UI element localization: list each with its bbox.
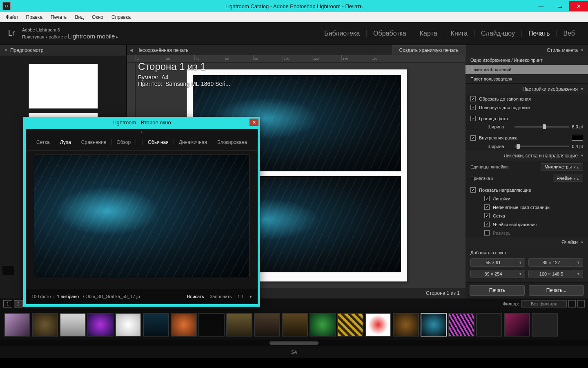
size-89x127[interactable]: 89 × 127 bbox=[528, 258, 574, 267]
preview-thumb-1[interactable] bbox=[29, 64, 98, 109]
print-settings-button[interactable]: Печать... bbox=[529, 285, 584, 296]
secondary-titlebar[interactable]: Lightroom - Второе окно ✕ bbox=[23, 117, 260, 128]
filmstrip-thumb[interactable] bbox=[171, 313, 197, 337]
size-dd[interactable]: ▼ bbox=[574, 258, 583, 267]
filmstrip-thumb[interactable] bbox=[198, 313, 225, 337]
filmstrip-thumb[interactable] bbox=[504, 313, 530, 337]
minimize-button[interactable]: — bbox=[532, 1, 550, 11]
ruler-tick: 160 bbox=[371, 55, 400, 61]
mod-library[interactable]: Библиотека bbox=[318, 30, 367, 37]
guide-dimensions-checkbox[interactable] bbox=[484, 230, 490, 236]
inner-stroke-checkbox[interactable] bbox=[470, 135, 476, 141]
secondary-window[interactable]: Lightroom - Второе окно ✕ ▲ Сетка Лупа С… bbox=[23, 117, 260, 307]
filmstrip-thumb[interactable] bbox=[393, 313, 419, 337]
fit-button[interactable]: Вписать bbox=[187, 294, 204, 299]
menu-file[interactable]: Файл bbox=[2, 14, 22, 20]
show-guides-label: Показать направляющие bbox=[479, 188, 531, 193]
menu-print[interactable]: Печать bbox=[47, 14, 71, 20]
image-settings-header[interactable]: Настройки изображения▼ bbox=[466, 84, 588, 94]
maximize-button[interactable]: ▭ bbox=[550, 1, 569, 11]
snap-to-select[interactable]: Ячейке ▼▲ bbox=[553, 175, 583, 182]
menu-help[interactable]: Справка bbox=[107, 14, 135, 20]
size-dd[interactable]: ▼ bbox=[516, 258, 525, 267]
filmstrip-thumb[interactable] bbox=[310, 313, 336, 337]
layout-opt-single[interactable]: Одно изображение / Индекс-принт bbox=[466, 56, 588, 65]
filmstrip-thumb[interactable] bbox=[337, 313, 363, 337]
guide-margins-checkbox[interactable] bbox=[484, 204, 490, 210]
close-button[interactable]: ✕ bbox=[569, 1, 588, 11]
tab-loupe[interactable]: Лупа bbox=[55, 139, 76, 145]
guide-cells-checkbox[interactable] bbox=[484, 222, 490, 227]
filmstrip-thumb[interactable] bbox=[143, 313, 169, 337]
inner-width-value[interactable]: 0,4 bbox=[572, 144, 578, 149]
menu-view[interactable]: Вид bbox=[71, 14, 88, 20]
size-100x148[interactable]: 100 × 148,5 bbox=[528, 270, 574, 278]
size-dd[interactable]: ▼ bbox=[516, 270, 525, 278]
mod-slideshow[interactable]: Слайд-шоу bbox=[474, 30, 522, 37]
layout-style-header[interactable]: Стиль макета▼ bbox=[466, 45, 588, 56]
secondary-close-button[interactable]: ✕ bbox=[249, 119, 258, 126]
filmstrip-thumb[interactable] bbox=[226, 313, 252, 337]
one-to-one-button[interactable]: 1:1 bbox=[238, 294, 244, 299]
filmstrip-thumb[interactable] bbox=[282, 313, 308, 337]
filmstrip-thumb[interactable] bbox=[60, 313, 86, 337]
mod-print[interactable]: Печать bbox=[522, 30, 557, 37]
filmstrip-thumb[interactable] bbox=[115, 313, 141, 337]
size-89x254[interactable]: 89 × 254 bbox=[470, 270, 516, 278]
filmstrip-thumb[interactable] bbox=[476, 313, 502, 337]
create-saved-print-button[interactable]: Создать хранимую печать bbox=[392, 45, 466, 55]
filmstrip-thumb[interactable] bbox=[254, 313, 280, 337]
zoom-menu[interactable]: ▾ bbox=[249, 294, 252, 299]
secondary-image[interactable] bbox=[34, 155, 249, 277]
crop-to-fill-checkbox[interactable] bbox=[470, 96, 476, 101]
guide-rulers-checkbox[interactable] bbox=[484, 196, 490, 201]
tab-compare[interactable]: Сравнение bbox=[76, 139, 112, 145]
show-guides-checkbox[interactable] bbox=[470, 187, 476, 193]
identity-plate[interactable]: Adobe Lightroom 6 Приступая к работе с L… bbox=[22, 27, 118, 40]
filter-flag-1[interactable] bbox=[568, 300, 576, 307]
cells-header[interactable]: Ячейки▼ bbox=[466, 237, 588, 248]
fill-button[interactable]: Заполнить bbox=[210, 294, 232, 299]
ruler-units-select[interactable]: Миллиметры ▼▲ bbox=[541, 163, 583, 171]
menu-edit[interactable]: Правка bbox=[22, 14, 47, 20]
tab-locked[interactable]: Блокирована bbox=[212, 139, 252, 145]
size-55x91[interactable]: 55 × 91 bbox=[470, 258, 516, 267]
filmstrip-scrollbar[interactable] bbox=[0, 340, 588, 346]
guide-grid-checkbox[interactable] bbox=[484, 213, 490, 218]
filmstrip-thumb-selected[interactable] bbox=[421, 313, 447, 337]
size-dd[interactable]: ▼ bbox=[574, 270, 583, 278]
filmstrip[interactable] bbox=[0, 309, 588, 340]
window-2-toggle[interactable]: 2 bbox=[14, 300, 23, 307]
filter-lock[interactable] bbox=[577, 300, 585, 307]
mod-book[interactable]: Книга bbox=[444, 30, 474, 37]
print-button[interactable]: Печать bbox=[470, 285, 525, 296]
filmstrip-thumb[interactable] bbox=[4, 313, 30, 337]
filmstrip-thumb[interactable] bbox=[532, 313, 558, 337]
inner-width-slider[interactable] bbox=[514, 146, 569, 147]
tab-live[interactable]: Динамичная bbox=[174, 139, 212, 145]
rulers-grid-header[interactable]: Линейки, сетка и направляющие▼ bbox=[466, 150, 588, 161]
layout-opt-custom[interactable]: Пакет пользователя bbox=[466, 74, 588, 84]
filmstrip-thumb[interactable] bbox=[32, 313, 58, 337]
tab-normal[interactable]: Обычная bbox=[143, 139, 174, 145]
window-1-toggle[interactable]: 1 bbox=[3, 300, 12, 307]
photo-border-checkbox[interactable] bbox=[470, 116, 476, 121]
layout-opt-package[interactable]: Пакет изображений bbox=[466, 65, 588, 74]
filmstrip-thumb[interactable] bbox=[87, 313, 114, 337]
mod-web[interactable]: Веб bbox=[557, 30, 581, 37]
rotate-to-fit-checkbox[interactable] bbox=[470, 105, 476, 110]
chevron-left-icon[interactable]: ◀ bbox=[127, 48, 136, 52]
inner-stroke-color[interactable] bbox=[572, 135, 583, 141]
mod-develop[interactable]: Обработка bbox=[367, 30, 413, 37]
tab-grid[interactable]: Сетка bbox=[31, 139, 55, 145]
filter-select[interactable]: Без фильтра bbox=[521, 300, 567, 307]
tab-survey[interactable]: Обзор bbox=[112, 139, 136, 145]
filmstrip-thumb[interactable] bbox=[448, 313, 474, 337]
preview-panel-header[interactable]: ▼ Предпросмотр bbox=[0, 45, 126, 56]
border-width-value[interactable]: 6,0 bbox=[572, 124, 578, 129]
page-title: Сторона 1 из 1 bbox=[138, 61, 230, 72]
filmstrip-thumb[interactable] bbox=[365, 313, 391, 337]
menu-window[interactable]: Окно bbox=[88, 14, 107, 20]
border-width-slider[interactable] bbox=[514, 126, 569, 128]
mod-map[interactable]: Карта bbox=[413, 30, 444, 37]
